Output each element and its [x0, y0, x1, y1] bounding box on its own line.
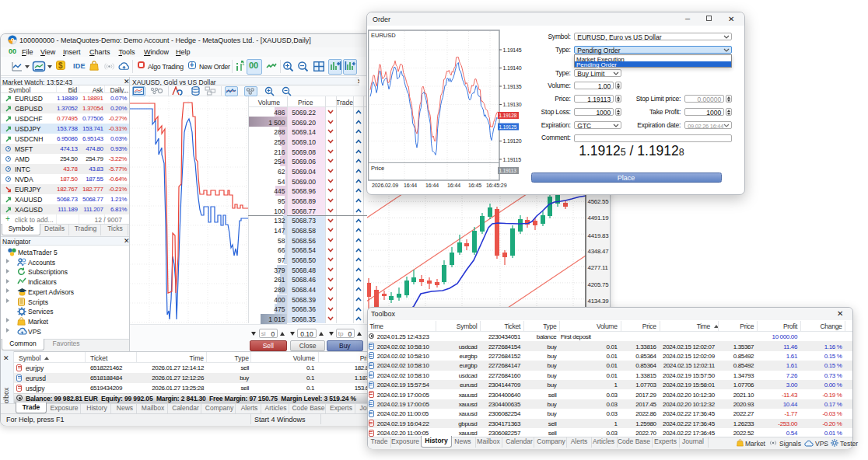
svg-text:1: 1 [242, 61, 245, 66]
svg-text:2026.02.09: 2026.02.09 [372, 183, 398, 188]
svg-text:16:45:29: 16:45:29 [486, 183, 507, 188]
svg-text:4348.47: 4348.47 [588, 248, 609, 255]
svg-text:16:44: 16:44 [404, 183, 417, 188]
svg-text:4205.75: 4205.75 [588, 281, 610, 288]
svg-text:4134.39: 4134.39 [588, 298, 609, 305]
svg-text:Price: Price [371, 165, 384, 172]
svg-text:4419.83: 4419.83 [588, 232, 609, 239]
svg-text:16:44: 16:44 [447, 183, 460, 188]
svg-text:4491.19: 4491.19 [588, 214, 609, 221]
svg-text:16:44: 16:44 [425, 183, 439, 188]
svg-text:1.19130: 1.19130 [503, 102, 522, 107]
svg-text:16:45: 16:45 [468, 183, 481, 188]
svg-text:4277.11: 4277.11 [588, 264, 608, 271]
svg-text:EURUSD: EURUSD [371, 32, 396, 39]
svg-text:4562.55: 4562.55 [588, 198, 610, 205]
svg-text:1.19115: 1.19115 [503, 157, 522, 162]
svg-text:1.19113: 1.19113 [499, 168, 517, 173]
